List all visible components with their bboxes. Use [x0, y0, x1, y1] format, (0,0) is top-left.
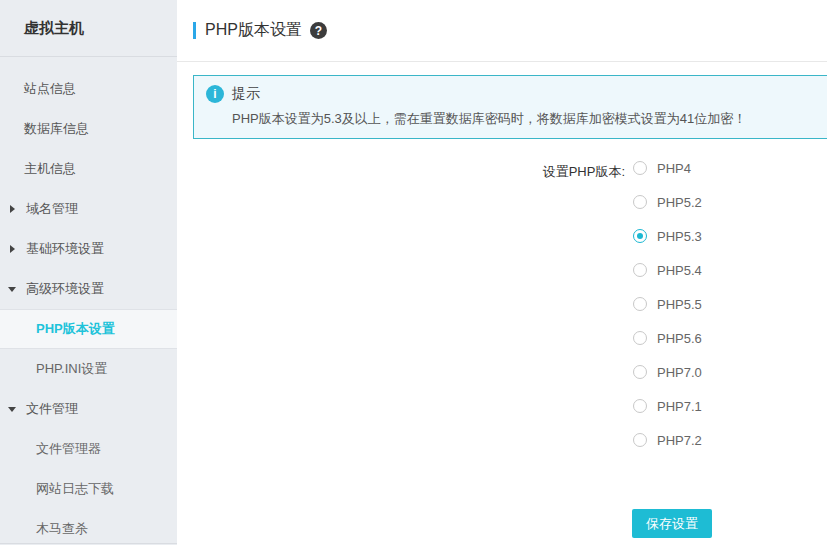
radio-option-label: PHP5.2 — [657, 195, 702, 210]
sidebar-item-label: 基础环境设置 — [26, 240, 104, 258]
sidebar-item-label: 数据库信息 — [24, 120, 89, 138]
chevron-right-icon — [8, 204, 18, 214]
sidebar-item-4[interactable]: 基础环境设置 — [0, 229, 177, 269]
php-version-form: 设置PHP版本: PHP4PHP5.2PHP5.3PHP5.4PHP5.5PHP… — [177, 161, 827, 467]
sidebar-item-label: 网站日志下载 — [36, 480, 114, 498]
php-version-option-2[interactable]: PHP5.3 — [633, 229, 702, 243]
save-row: 保存设置 — [632, 509, 827, 538]
sidebar-item-label: 文件管理器 — [36, 440, 101, 458]
php-version-label: 设置PHP版本: — [177, 161, 625, 467]
save-settings-button[interactable]: 保存设置 — [632, 509, 712, 538]
radio-icon[interactable] — [633, 297, 647, 311]
alert-title: 提示 — [232, 85, 260, 103]
php-version-radio-group: PHP4PHP5.2PHP5.3PHP5.4PHP5.5PHP5.6PHP7.0… — [633, 161, 702, 467]
radio-icon[interactable] — [633, 161, 647, 175]
sidebar-item-3[interactable]: 域名管理 — [0, 189, 177, 229]
radio-option-label: PHP7.2 — [657, 433, 702, 448]
chevron-down-icon — [8, 404, 18, 414]
radio-option-label: PHP5.6 — [657, 331, 702, 346]
sidebar-item-11[interactable]: 木马查杀 — [0, 509, 177, 545]
sidebar-item-label: 高级环境设置 — [26, 280, 104, 298]
chevron-right-icon — [8, 244, 18, 254]
sidebar-item-label: 站点信息 — [24, 80, 76, 98]
php-version-option-3[interactable]: PHP5.4 — [633, 263, 702, 277]
sidebar-menu: 站点信息数据库信息主机信息域名管理基础环境设置高级环境设置PHP版本设置PHP.… — [0, 57, 177, 545]
radio-icon[interactable] — [633, 399, 647, 413]
sidebar-item-label: 文件管理 — [26, 400, 78, 418]
sidebar-item-1[interactable]: 数据库信息 — [0, 109, 177, 149]
sidebar-item-10[interactable]: 网站日志下载 — [0, 469, 177, 509]
php-version-option-5[interactable]: PHP5.6 — [633, 331, 702, 345]
sidebar-item-label: PHP版本设置 — [36, 320, 115, 338]
alert-head: i 提示 — [206, 85, 827, 103]
php-version-option-6[interactable]: PHP7.0 — [633, 365, 702, 379]
sidebar-item-0[interactable]: 站点信息 — [0, 69, 177, 109]
main-content: PHP版本设置 ? i 提示 PHP版本设置为5.3及以上，需在重置数据库密码时… — [177, 0, 827, 545]
radio-icon[interactable] — [633, 195, 647, 209]
radio-option-label: PHP5.4 — [657, 263, 702, 278]
info-icon: i — [206, 85, 224, 103]
sidebar-item-label: 域名管理 — [26, 200, 78, 218]
app-window: 虚拟主机 站点信息数据库信息主机信息域名管理基础环境设置高级环境设置PHP版本设… — [0, 0, 827, 545]
sidebar-title: 虚拟主机 — [0, 0, 177, 57]
radio-option-label: PHP5.5 — [657, 297, 702, 312]
info-alert: i 提示 PHP版本设置为5.3及以上，需在重置数据库密码时，将数据库加密模式设… — [193, 75, 827, 139]
sidebar-divider — [0, 543, 177, 544]
php-version-option-0[interactable]: PHP4 — [633, 161, 702, 175]
page-title: PHP版本设置 — [205, 20, 302, 41]
radio-option-label: PHP4 — [657, 161, 691, 176]
php-version-option-1[interactable]: PHP5.2 — [633, 195, 702, 209]
sidebar-item-label: PHP.INI设置 — [36, 360, 107, 378]
php-version-option-8[interactable]: PHP7.2 — [633, 433, 702, 447]
radio-icon[interactable] — [633, 331, 647, 345]
radio-option-label: PHP5.3 — [657, 229, 702, 244]
radio-icon[interactable] — [633, 365, 647, 379]
radio-option-label: PHP7.0 — [657, 365, 702, 380]
sidebar-item-label: 主机信息 — [24, 160, 76, 178]
radio-icon[interactable] — [633, 433, 647, 447]
sidebar-item-7[interactable]: PHP.INI设置 — [0, 349, 177, 389]
sidebar-item-2[interactable]: 主机信息 — [0, 149, 177, 189]
radio-checked-icon[interactable] — [633, 229, 647, 243]
page-header: PHP版本设置 ? — [177, 0, 827, 62]
help-icon[interactable]: ? — [310, 22, 327, 39]
sidebar-item-5[interactable]: 高级环境设置 — [0, 269, 177, 309]
sidebar-item-label: 木马查杀 — [36, 520, 88, 538]
sidebar-item-9[interactable]: 文件管理器 — [0, 429, 177, 469]
alert-message: PHP版本设置为5.3及以上，需在重置数据库密码时，将数据库加密模式设置为41位… — [232, 110, 827, 128]
sidebar: 虚拟主机 站点信息数据库信息主机信息域名管理基础环境设置高级环境设置PHP版本设… — [0, 0, 177, 545]
radio-option-label: PHP7.1 — [657, 399, 702, 414]
sidebar-item-8[interactable]: 文件管理 — [0, 389, 177, 429]
radio-icon[interactable] — [633, 263, 647, 277]
php-version-option-7[interactable]: PHP7.1 — [633, 399, 702, 413]
php-version-option-4[interactable]: PHP5.5 — [633, 297, 702, 311]
chevron-down-icon — [8, 284, 18, 294]
title-accent-bar — [193, 22, 196, 39]
sidebar-item-6[interactable]: PHP版本设置 — [0, 309, 177, 349]
